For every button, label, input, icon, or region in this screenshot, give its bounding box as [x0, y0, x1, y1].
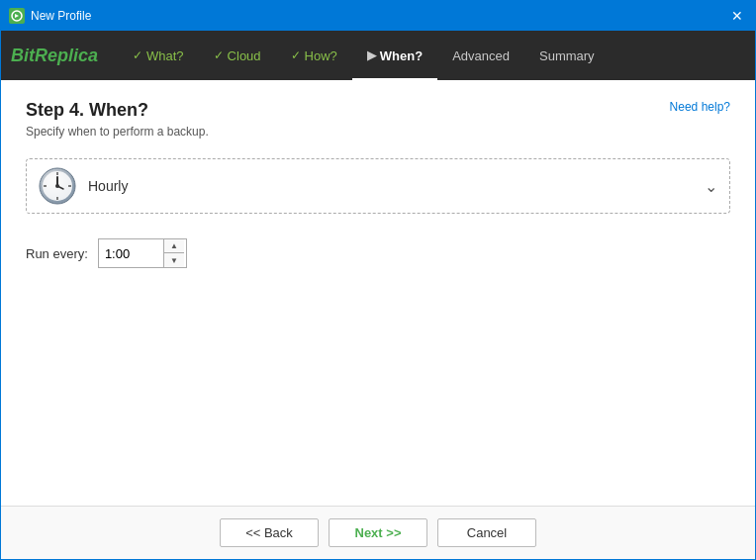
step-subtitle: Specify when to perform a backup. [26, 125, 209, 139]
check-icon-cloud: ✓ [214, 48, 224, 62]
spin-up-button[interactable]: ▲ [164, 239, 184, 253]
nav-step-when[interactable]: ▶ When? [352, 31, 437, 80]
nav-step-cloud[interactable]: ✓ Cloud [199, 31, 276, 80]
run-every-row: Run every: ▲ ▼ [26, 238, 730, 268]
nav-bar: BitReplica ✓ What? ✓ Cloud ✓ How? ▶ When… [1, 31, 755, 80]
nav-step-what[interactable]: ✓ What? [118, 31, 199, 80]
arrow-icon-when: ▶ [367, 48, 376, 62]
title-bar: New Profile ✕ [1, 1, 755, 31]
brand-logo: BitReplica [11, 46, 98, 66]
check-icon-how: ✓ [291, 48, 301, 62]
content-header: Step 4. When? Specify when to perform a … [26, 100, 730, 139]
window-title: New Profile [31, 9, 91, 23]
nav-step-summary[interactable]: Summary [524, 31, 610, 80]
schedule-label: Hourly [88, 178, 128, 194]
schedule-dropdown[interactable]: Hourly ⌄ [26, 158, 730, 214]
close-button[interactable]: ✕ [727, 6, 747, 26]
content-area: Step 4. When? Specify when to perform a … [1, 80, 755, 506]
cancel-button[interactable]: Cancel [437, 518, 536, 547]
back-button[interactable]: << Back [220, 518, 319, 547]
run-every-label: Run every: [26, 246, 88, 261]
spin-buttons: ▲ ▼ [163, 239, 184, 267]
time-input-wrapper: ▲ ▼ [98, 238, 187, 268]
svg-point-9 [55, 184, 59, 188]
app-icon [9, 8, 25, 24]
spin-down-button[interactable]: ▼ [164, 253, 184, 267]
step-title: Step 4. When? [26, 100, 209, 121]
clock-icon [39, 167, 76, 205]
time-input[interactable] [99, 243, 163, 264]
nav-step-advanced[interactable]: Advanced [437, 31, 524, 80]
footer: << Back Next >> Cancel [1, 506, 755, 559]
help-link[interactable]: Need help? [670, 100, 730, 114]
check-icon-what: ✓ [133, 48, 142, 62]
nav-steps: ✓ What? ✓ Cloud ✓ How? ▶ When? Advanced … [118, 31, 745, 80]
next-button[interactable]: Next >> [329, 518, 427, 547]
main-window: New Profile ✕ BitReplica ✓ What? ✓ Cloud… [0, 0, 756, 560]
chevron-down-icon: ⌄ [705, 177, 717, 196]
nav-step-how[interactable]: ✓ How? [276, 31, 352, 80]
